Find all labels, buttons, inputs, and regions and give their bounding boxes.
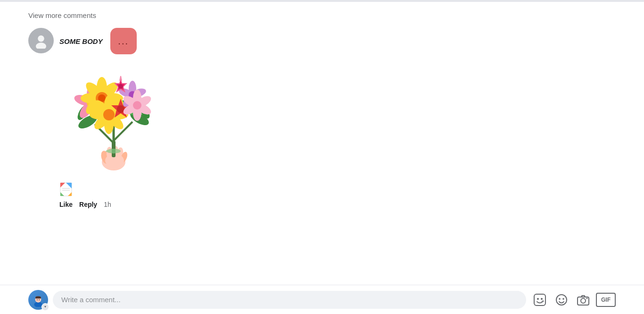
commenter-name: SOME BODY [59,37,103,45]
svg-point-84 [541,298,543,300]
emoji-icon-button[interactable] [553,291,570,309]
comment-block: SOME BODY ... [28,28,616,208]
user-avatar-small: ▾ [28,290,48,310]
svg-point-58 [133,101,141,110]
sticker-icon-row [59,182,616,197]
svg-point-38 [103,109,115,120]
view-more-comments-link[interactable]: View more comments [28,11,616,19]
avatar-person-icon [33,33,49,49]
comment-input-bar: ▾ Write a comment... [0,285,644,314]
svg-point-68 [107,149,121,153]
reply-button[interactable]: Reply [79,201,97,208]
comment-actions: Like Reply 1h [59,201,616,208]
svg-point-83 [537,298,539,300]
svg-point-40 [117,105,124,113]
comment-input-placeholder: Write a comment... [61,296,121,304]
comment-input-field[interactable]: Write a comment... [53,291,526,309]
svg-point-86 [559,298,561,300]
svg-point-0 [38,35,44,42]
svg-rect-82 [534,294,545,306]
content-area: View more comments SOME BODY ... [0,2,644,314]
avatar [28,28,54,53]
input-icon-group: GIF [531,291,616,309]
comment-content-area: SOME BODY ... [59,28,616,208]
svg-point-87 [562,298,564,300]
sticker-icon-button[interactable] [531,291,549,309]
avatar-chevron-icon[interactable]: ▾ [41,303,49,311]
svg-point-81 [39,299,40,300]
comment-header: SOME BODY ... [59,28,616,54]
camera-icon-button[interactable] [574,291,592,309]
document-sticker-icon[interactable] [59,182,73,197]
svg-point-79 [35,296,41,298]
svg-point-89 [581,298,586,303]
page-container: View more comments SOME BODY ... [0,0,644,314]
gif-label: GIF [601,297,611,303]
comment-timestamp: 1h [104,201,111,208]
gif-button[interactable]: GIF [596,293,616,307]
svg-point-80 [37,299,38,300]
svg-point-49 [118,84,123,89]
more-options-dots-icon: ... [118,36,129,46]
svg-point-76 [34,302,42,307]
svg-point-1 [36,42,46,49]
flower-bouquet-sticker [59,58,168,176]
svg-point-90 [586,297,588,299]
more-options-button[interactable]: ... [110,28,137,54]
like-button[interactable]: Like [59,201,73,208]
svg-point-85 [556,295,567,305]
